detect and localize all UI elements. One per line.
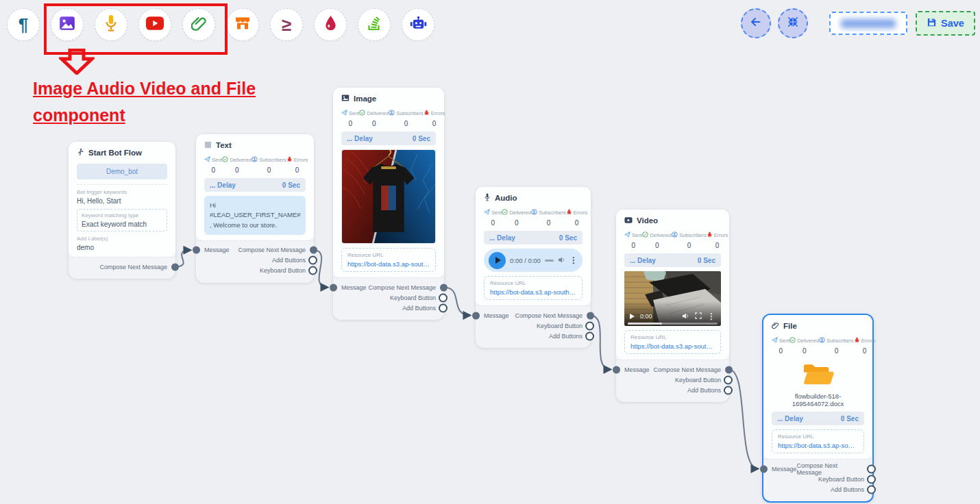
- flow-canvas[interactable]: ¶ ≥: [0, 0, 980, 504]
- play-button[interactable]: [489, 252, 506, 269]
- delay-bar[interactable]: ... Delay0 Sec: [772, 412, 864, 425]
- input-handle[interactable]: [472, 312, 480, 319]
- kebab-menu-icon[interactable]: ⋮: [707, 312, 715, 321]
- node-title: Video: [637, 216, 658, 225]
- output-handle-keyboard[interactable]: [439, 293, 448, 302]
- back-button[interactable]: [741, 8, 771, 38]
- annotation-text: Image Audio Video and File component: [33, 75, 321, 129]
- port-message: Message: [204, 247, 230, 253]
- node-image[interactable]: Image Sent0 Delivered0 Subscribers0 Erro…: [333, 88, 444, 320]
- port-message: Message: [624, 366, 650, 373]
- toolbar-layers-button[interactable]: [358, 8, 391, 41]
- output-handle[interactable]: [725, 366, 733, 373]
- compress-arrows-icon: [787, 16, 799, 31]
- resource-url-link[interactable]: https://bot-data.s3.ap-southeast-1.wasab…: [778, 442, 858, 449]
- image-frame-icon: [341, 94, 350, 103]
- running-person-icon: [77, 148, 84, 158]
- port-keyboard-button: Keyboard Button: [390, 294, 436, 301]
- resource-url-link[interactable]: https://bot-data.s3.ap-southeast-1.wasab…: [630, 342, 715, 350]
- bot-trigger-keywords-value[interactable]: Hi, Hello, Start: [77, 197, 167, 205]
- node-file[interactable]: File Sent0 Delivered0 Subscribers0 Error…: [762, 314, 874, 503]
- blurred-action-button[interactable]: [829, 12, 907, 35]
- toolbar-paragraph-button[interactable]: ¶: [7, 8, 40, 41]
- bot-name-pill[interactable]: Demo_bot: [77, 164, 167, 179]
- image-preview[interactable]: [341, 149, 436, 244]
- greater-equal-icon: ≥: [282, 16, 291, 34]
- output-handle-add-buttons[interactable]: [308, 256, 317, 265]
- node-title: Image: [354, 94, 376, 103]
- video-progress-bar[interactable]: [628, 323, 718, 325]
- play-icon[interactable]: [630, 314, 635, 319]
- stats-row: Sent0 Delivered0 Subscribers0 Errors0: [624, 231, 721, 249]
- subscriber-icon: [819, 337, 825, 344]
- fullscreen-icon[interactable]: [695, 312, 702, 320]
- port-compose-next-message: Compose Next Message: [515, 312, 583, 319]
- output-handle[interactable]: [867, 464, 876, 473]
- port-add-buttons: Add Buttons: [272, 257, 306, 264]
- paperclip-small-icon: [772, 322, 779, 331]
- output-handle[interactable]: [171, 263, 179, 270]
- toolbar-droplet-button[interactable]: [314, 8, 347, 41]
- port-add-buttons: Add Buttons: [402, 305, 436, 312]
- check-circle-icon: [789, 337, 796, 344]
- layers-icon: [366, 15, 382, 34]
- node-text[interactable]: Text Sent0 Delivered0 Subscribers0 Error…: [196, 134, 314, 283]
- audio-progress-bar[interactable]: [545, 260, 554, 262]
- resource-url-link[interactable]: https://bot-data.s3.ap-southeast-1.wasab…: [490, 288, 576, 296]
- output-handle-keyboard[interactable]: [867, 475, 876, 483]
- floppy-disk-icon: [927, 17, 937, 29]
- delay-bar[interactable]: ... Delay0 Sec: [484, 231, 583, 244]
- subscriber-icon: [672, 231, 678, 239]
- output-handle-add-buttons[interactable]: [867, 485, 876, 494]
- output-handle-add-buttons[interactable]: [585, 331, 594, 340]
- output-handle-add-buttons[interactable]: [439, 303, 448, 312]
- output-handle[interactable]: [310, 247, 317, 254]
- kebab-menu-icon[interactable]: ⋮: [569, 255, 578, 265]
- toolbar-condition-button[interactable]: ≥: [270, 8, 303, 41]
- stats-row: Sent0 Delivered0 Subscribers0 Errors0: [204, 156, 306, 174]
- field-label: Bot trigger keywords: [77, 189, 167, 195]
- video-camera-icon: [624, 216, 633, 225]
- sent-icon: [484, 209, 490, 216]
- node-audio[interactable]: Audio Sent0 Delivered0 Subscribers0 Erro…: [476, 187, 591, 348]
- output-handle-keyboard[interactable]: [724, 375, 733, 384]
- toolbar-store-button[interactable]: [226, 8, 259, 41]
- delay-bar[interactable]: ... Delay0 Sec: [204, 178, 306, 192]
- node-title: Text: [216, 141, 232, 149]
- add-labels-value[interactable]: demo: [77, 244, 167, 251]
- node-title: File: [783, 322, 797, 330]
- speaker-icon[interactable]: [558, 256, 565, 265]
- check-circle-icon: [642, 231, 648, 239]
- output-handle[interactable]: [440, 284, 448, 291]
- sent-icon: [772, 337, 778, 344]
- audio-time: 0:00 / 0:00: [510, 257, 541, 264]
- toolbar-robot-button[interactable]: [402, 8, 434, 41]
- delay-bar[interactable]: ... Delay0 Sec: [624, 253, 721, 267]
- input-handle[interactable]: [760, 465, 768, 473]
- speaker-icon[interactable]: [682, 312, 689, 321]
- fit-view-button[interactable]: [778, 8, 808, 38]
- output-handle-add-buttons[interactable]: [724, 386, 733, 394]
- audio-player[interactable]: 0:00 / 0:00 ⋮: [484, 249, 583, 272]
- save-label: Save: [941, 18, 964, 29]
- port-keyboard-button: Keyboard Button: [818, 476, 864, 483]
- port-compose-next-message: Compose Next Message: [238, 247, 306, 253]
- input-handle[interactable]: [613, 366, 620, 373]
- message-text[interactable]: Hi #LEAD_USER_FIRST_NAME# , Welcome to o…: [204, 196, 306, 235]
- output-handle-keyboard[interactable]: [308, 266, 317, 275]
- input-handle[interactable]: [193, 247, 200, 254]
- node-start-bot-flow[interactable]: Start Bot Flow Demo_bot Bot trigger keyw…: [69, 142, 175, 279]
- annotation-highlight-box: [44, 3, 228, 55]
- delay-bar[interactable]: ... Delay0 Sec: [341, 131, 436, 145]
- resource-url-link[interactable]: https://bot-data.s3.ap-southeast-1.wasab…: [347, 260, 430, 268]
- check-circle-icon: [359, 110, 365, 117]
- keyword-matching-field[interactable]: Keyword matching type Exact keyword matc…: [77, 209, 167, 231]
- video-player[interactable]: 0:00 ⋮: [624, 271, 721, 326]
- save-button[interactable]: Save: [916, 11, 975, 36]
- input-handle[interactable]: [330, 284, 337, 291]
- output-handle-keyboard[interactable]: [585, 321, 594, 330]
- subscriber-icon: [252, 156, 258, 164]
- text-block-icon: [204, 141, 212, 150]
- output-handle[interactable]: [587, 312, 594, 319]
- node-video[interactable]: Video Sent0 Delivered0 Subscribers0 Erro…: [616, 210, 729, 402]
